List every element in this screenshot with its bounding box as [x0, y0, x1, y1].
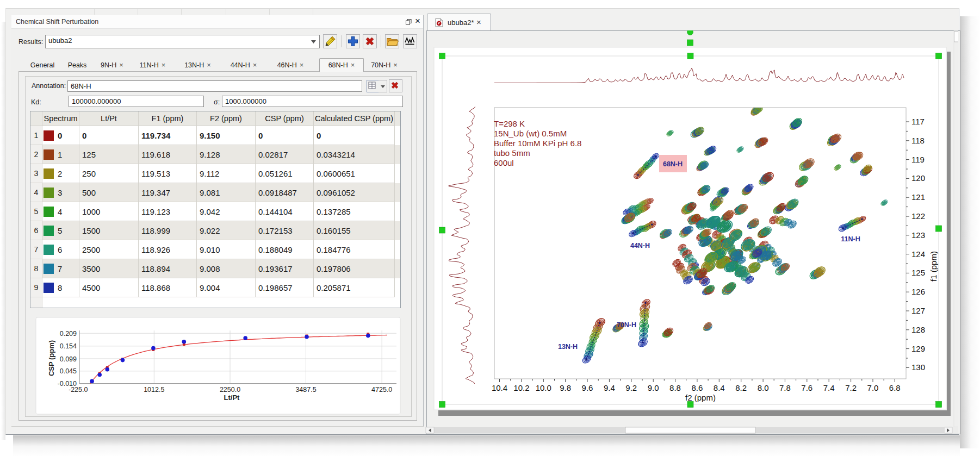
- svg-text:10.4: 10.4: [492, 383, 507, 392]
- svg-text:7.0: 7.0: [867, 383, 879, 392]
- svg-text:8.0: 8.0: [758, 383, 769, 392]
- svg-text:70N-H: 70N-H: [617, 321, 636, 329]
- svg-text:117: 117: [911, 117, 925, 126]
- svg-text:128: 128: [911, 325, 925, 334]
- svg-text:68N-H: 68N-H: [663, 160, 683, 168]
- svg-text:118: 118: [911, 136, 925, 145]
- svg-text:6.8: 6.8: [889, 383, 901, 392]
- svg-text:600ul: 600ul: [494, 158, 514, 167]
- svg-text:9.8: 9.8: [560, 383, 571, 392]
- svg-text:f1 (ppm): f1 (ppm): [929, 251, 938, 282]
- svg-text:124: 124: [911, 249, 925, 259]
- svg-text:125: 125: [911, 268, 925, 277]
- svg-text:T=298 K: T=298 K: [494, 119, 525, 128]
- svg-text:10.0: 10.0: [536, 383, 551, 392]
- svg-text:44N-H: 44N-H: [630, 242, 650, 249]
- svg-text:8.6: 8.6: [691, 383, 703, 392]
- svg-text:Buffer 10mM KPi pH 6.8: Buffer 10mM KPi pH 6.8: [494, 139, 581, 148]
- svg-text:7.2: 7.2: [845, 383, 857, 392]
- svg-text:f2 (ppm): f2 (ppm): [685, 393, 716, 402]
- svg-text:129: 129: [911, 344, 925, 353]
- svg-text:7.8: 7.8: [779, 383, 791, 392]
- svg-text:13N-H: 13N-H: [558, 343, 578, 351]
- svg-text:8.2: 8.2: [735, 383, 747, 392]
- svg-text:7.6: 7.6: [801, 383, 812, 392]
- svg-text:15N_Ub (wt) 0.5mM: 15N_Ub (wt) 0.5mM: [494, 129, 567, 138]
- svg-text:123: 123: [911, 230, 925, 240]
- svg-text:8.8: 8.8: [669, 383, 681, 392]
- svg-text:9.6: 9.6: [582, 383, 593, 392]
- svg-text:10.2: 10.2: [513, 383, 529, 392]
- svg-text:8.4: 8.4: [714, 383, 725, 392]
- svg-text:130: 130: [911, 363, 925, 372]
- svg-text:127: 127: [911, 306, 925, 315]
- svg-text:126: 126: [911, 287, 925, 296]
- svg-text:119: 119: [911, 155, 925, 164]
- svg-text:120: 120: [911, 173, 925, 183]
- svg-text:122: 122: [911, 211, 925, 221]
- svg-text:tubo 5mm: tubo 5mm: [494, 148, 530, 158]
- svg-text:9.2: 9.2: [625, 383, 637, 392]
- svg-text:9.0: 9.0: [648, 383, 659, 392]
- svg-text:121: 121: [911, 192, 925, 202]
- svg-text:7.4: 7.4: [823, 383, 835, 392]
- svg-text:9.4: 9.4: [604, 383, 615, 392]
- svg-text:11N-H: 11N-H: [841, 235, 860, 243]
